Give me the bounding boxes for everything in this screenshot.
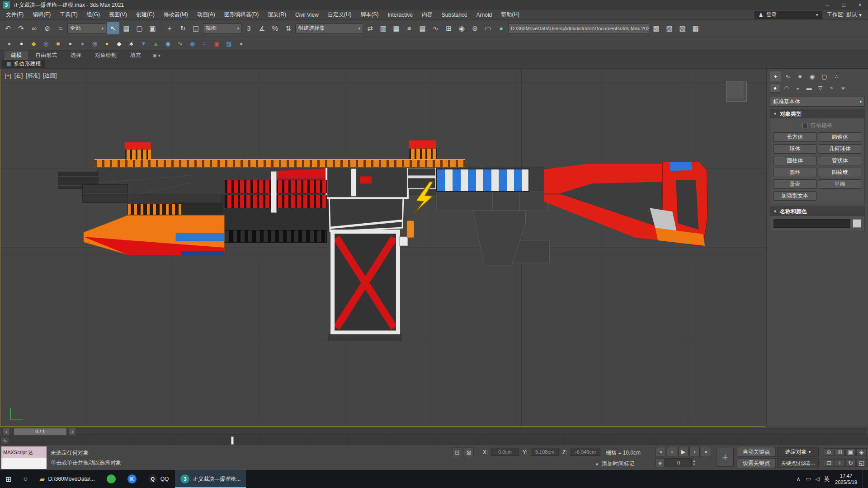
isolate-selection-icon[interactable]: ⊡ — [452, 447, 462, 457]
max-item[interactable]: 3 正义裁决—爆弹枪... — [175, 470, 246, 488]
key-mode-toggle[interactable]: ◆ — [656, 458, 665, 467]
mirror-icon[interactable]: ⇄ — [364, 22, 376, 34]
ime-icon[interactable]: 英 — [824, 475, 830, 483]
shapes-category[interactable]: ◠ — [781, 84, 792, 93]
brush-preset-icon[interactable]: ● — [4, 38, 15, 49]
orbit-icon[interactable]: ↻ — [845, 459, 856, 467]
systems-category[interactable]: ∗ — [838, 84, 848, 93]
teapot-icon[interactable]: ● — [236, 38, 247, 49]
time-slider-track[interactable] — [1, 428, 867, 435]
add-time-tag[interactable]: ◐ 添加时间标记 — [596, 460, 634, 468]
drop-icon[interactable]: ▼ — [138, 38, 149, 49]
motion-tab[interactable]: ◉ — [807, 71, 818, 81]
snowflake-icon[interactable]: ∗ — [126, 38, 137, 49]
layout-d-icon[interactable]: ▦ — [689, 22, 702, 34]
object-name-input[interactable] — [774, 219, 850, 228]
menu-item[interactable]: Interactive — [383, 12, 416, 18]
geometry-category[interactable]: ● — [770, 84, 780, 93]
render-icon[interactable]: ● — [495, 22, 507, 34]
snap-toggle-icon[interactable]: 3 — [243, 22, 255, 34]
menu-item[interactable]: 渲染(R) — [264, 11, 290, 19]
viewcube[interactable] — [726, 81, 747, 102]
next-frame-arrow[interactable]: › — [69, 428, 76, 435]
create-tab[interactable]: ＋ — [770, 71, 781, 81]
torus-icon[interactable]: ◎ — [89, 38, 100, 49]
object-type-button[interactable]: 加强型文本 — [774, 191, 816, 201]
bind-to-spacewarp-icon[interactable]: ≈ — [54, 22, 66, 34]
notification-center-button[interactable] — [863, 470, 867, 488]
track-bar[interactable]: ∿ — [0, 436, 868, 445]
spacewarps-category[interactable]: ≈ — [826, 84, 837, 93]
ribbon-tab[interactable]: 对象绘制 — [89, 51, 123, 60]
menu-item[interactable]: Substance — [438, 12, 472, 18]
display-tab[interactable]: ▢ — [819, 71, 830, 81]
plant-icon[interactable]: ▲ — [150, 38, 161, 49]
curve-editor-icon[interactable]: ∿ — [429, 22, 442, 34]
next-frame-button[interactable]: › — [689, 447, 700, 456]
layer-explorer-icon[interactable]: ≡ — [403, 22, 415, 34]
current-frame-field[interactable]: 0 — [665, 458, 692, 467]
mini-curve-editor-button[interactable]: ∿ — [1, 437, 9, 444]
utilities-tab[interactable]: ∴ — [831, 71, 842, 81]
explorer-item[interactable]: ▰ D:\360MoveData\... — [34, 470, 100, 488]
menu-item[interactable]: 动画(A) — [193, 11, 219, 19]
chart-icon[interactable]: ▨ — [223, 38, 235, 49]
star-icon[interactable]: ◆ — [113, 38, 125, 49]
workspace-selector[interactable]: 工作区: 默认 ▾ — [827, 11, 862, 19]
cameras-category[interactable]: ▬ — [804, 84, 814, 93]
spring-icon[interactable]: ◎ — [40, 38, 52, 49]
camera-icon[interactable]: ▣ — [211, 38, 222, 49]
move-icon[interactable]: + — [164, 22, 176, 34]
object-type-button[interactable]: 茶壶 — [774, 179, 816, 189]
zoom-extents-icon[interactable]: ▣ — [845, 448, 856, 456]
cloud-icon[interactable]: ● — [16, 38, 27, 49]
login-dropdown[interactable]: ♟ 登录 ▾ — [755, 11, 822, 19]
rendered-frame-icon[interactable]: ▭ — [482, 22, 494, 34]
scale-icon[interactable]: ◲ — [190, 22, 202, 34]
sun-icon[interactable]: ● — [101, 38, 113, 49]
undo-icon[interactable]: ↶ — [2, 22, 14, 34]
redo-icon[interactable]: ↷ — [15, 22, 27, 34]
sphere-gray-icon[interactable]: ● — [65, 38, 76, 49]
select-by-name-icon[interactable]: ▤ — [120, 22, 132, 34]
track-bar-marker[interactable] — [231, 436, 234, 445]
object-type-button[interactable]: 几何球体 — [819, 144, 862, 154]
zoom-extents-all-icon[interactable]: ◈ — [856, 448, 867, 456]
kugou-item[interactable]: K — [122, 470, 142, 488]
menu-item[interactable]: 修改器(M) — [160, 11, 192, 19]
scene-explorer-icon[interactable]: ▦ — [390, 22, 402, 34]
previous-frame-arrow[interactable]: ‹ — [3, 428, 10, 435]
menu-item[interactable]: 编辑(E) — [28, 11, 55, 19]
reference-coordinate-dropdown[interactable]: 视图▾ — [203, 23, 242, 33]
x-coordinate-field[interactable]: 0.0cm — [491, 448, 519, 456]
menu-item[interactable]: 内容 — [418, 11, 437, 19]
key-icon[interactable]: ◆ — [28, 38, 39, 49]
named-selection-sets-dropdown[interactable]: 创建选择集▾ — [295, 23, 363, 33]
unlink-selection-icon[interactable]: ⊘ — [41, 22, 53, 34]
previous-frame-button[interactable]: ‹ — [667, 447, 677, 456]
object-type-button[interactable]: 圆柱体 — [774, 156, 816, 165]
maximize-viewport-icon[interactable]: ◱ — [856, 459, 867, 467]
qq-item[interactable]: Q QQ — [143, 470, 175, 488]
object-type-button[interactable]: 四棱锥 — [819, 168, 862, 177]
spinner-down-icon[interactable]: ▼ — [693, 463, 696, 466]
menu-item[interactable]: Arnold — [472, 12, 496, 18]
spinner-snap-icon[interactable]: ⇅ — [282, 22, 294, 34]
viewport-label-menu[interactable]: [右] — [14, 72, 23, 80]
time-slider-handle[interactable]: 0 / 1 — [14, 428, 67, 435]
maximize-button[interactable]: □ — [835, 0, 852, 10]
cluster-icon[interactable]: ∴ — [199, 38, 210, 49]
menu-item[interactable]: 文件(F) — [2, 11, 28, 19]
go-to-end-button[interactable]: » — [701, 447, 711, 456]
window-crossing-icon[interactable]: ▣ — [146, 22, 159, 34]
y-coordinate-field[interactable]: 5.108cm — [531, 448, 559, 456]
zoom-icon[interactable]: ⊕ — [824, 448, 834, 456]
key-filters-button[interactable]: 关键点过滤器... — [777, 458, 819, 468]
object-color-swatch[interactable] — [853, 219, 861, 228]
panel-icon[interactable]: ■ — [52, 38, 64, 49]
ribbon-tab[interactable]: 建模 — [5, 51, 28, 60]
menu-item[interactable]: 视图(V) — [105, 11, 131, 19]
hierarchy-tab[interactable]: ≡ — [794, 71, 806, 81]
material-editor-icon[interactable]: ◉ — [456, 22, 468, 34]
primitive-type-dropdown[interactable]: 标准基本体 ▾ — [770, 97, 865, 107]
